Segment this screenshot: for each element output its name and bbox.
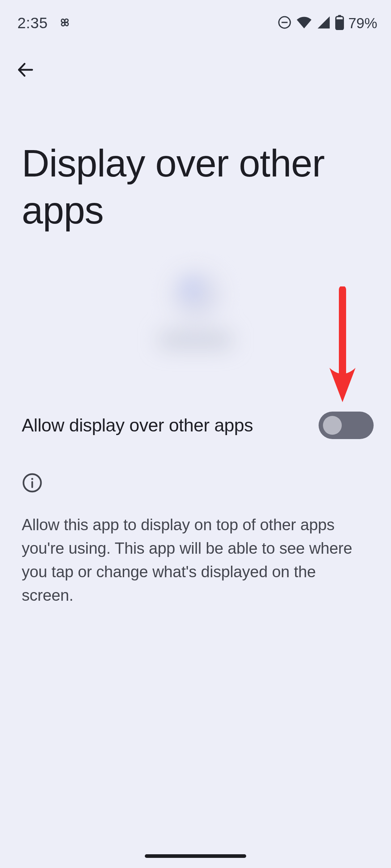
toggle-row: Allow display over other apps xyxy=(22,412,374,439)
annotation-arrow xyxy=(326,286,358,407)
battery-percent: 79% xyxy=(348,15,377,31)
page-title: Display over other apps xyxy=(22,140,355,234)
overlay-permission-toggle[interactable] xyxy=(319,412,374,439)
battery-icon xyxy=(335,15,344,31)
svg-point-8 xyxy=(31,478,33,480)
navigation-handle[interactable] xyxy=(145,854,246,858)
switch-thumb xyxy=(323,416,342,435)
app-name-blur xyxy=(159,333,232,347)
info-icon xyxy=(22,472,43,495)
back-button[interactable] xyxy=(16,61,35,80)
toggle-label: Allow display over other apps xyxy=(22,415,253,436)
signal-icon xyxy=(316,15,331,31)
permission-description: Allow this app to display on top of othe… xyxy=(22,513,369,607)
arrow-back-icon xyxy=(16,61,34,80)
status-right: 79% xyxy=(277,15,377,31)
svg-rect-4 xyxy=(336,19,344,29)
status-bar: 2:35 xyxy=(0,0,391,36)
photos-pinwheel-icon xyxy=(56,14,73,32)
app-icon-area xyxy=(145,271,246,373)
wifi-icon xyxy=(296,15,312,31)
app-icon xyxy=(172,271,219,318)
status-left: 2:35 xyxy=(17,14,73,32)
status-time: 2:35 xyxy=(17,14,48,32)
dnd-icon xyxy=(277,15,292,31)
